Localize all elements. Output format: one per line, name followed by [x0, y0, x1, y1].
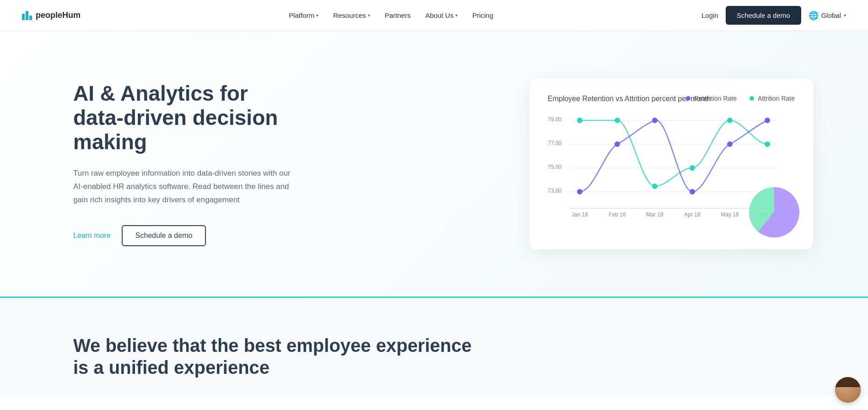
nav-platform[interactable]: Platform ▾: [289, 11, 318, 19]
svg-point-20: [765, 141, 770, 147]
chevron-down-icon: ▾: [368, 13, 370, 18]
hero-description: Turn raw employee information into data-…: [73, 167, 293, 207]
globe-icon: 🌐: [809, 11, 819, 21]
retention-dot: [686, 96, 690, 101]
navbar: peopleHum Platform ▾ Resources ▾ Partner…: [0, 0, 868, 31]
hero-section: AI & Analytics for data-driven decision …: [0, 31, 868, 297]
svg-point-17: [652, 183, 658, 189]
svg-text:May 18: May 18: [721, 211, 739, 218]
hero-actions: Learn more Schedule a demo: [73, 225, 293, 246]
bottom-section: We believe that the best employee experi…: [0, 297, 868, 397]
schedule-demo-hero-button[interactable]: Schedule a demo: [122, 225, 206, 246]
learn-more-button[interactable]: Learn more: [73, 232, 111, 240]
avatar-face: [835, 377, 861, 397]
hero-title: AI & Analytics for data-driven decision …: [73, 81, 293, 154]
svg-text:77.00: 77.00: [548, 140, 561, 146]
schedule-demo-nav-button[interactable]: Schedule a demo: [726, 6, 801, 25]
svg-point-22: [615, 141, 620, 147]
logo[interactable]: peopleHum: [22, 11, 81, 20]
global-selector[interactable]: 🌐 Global ▾: [809, 11, 846, 21]
hero-content: AI & Analytics for data-driven decision …: [73, 81, 293, 246]
chart-card: Employee Retention vs Attrition percent …: [529, 78, 813, 249]
nav-resources[interactable]: Resources ▾: [333, 11, 370, 19]
svg-text:79.00: 79.00: [548, 116, 561, 123]
chart-svg-container: 79.00 77.00 75.00 73.00 Jan 18 Feb 18 Ma…: [548, 112, 795, 233]
svg-text:73.00: 73.00: [548, 188, 561, 194]
login-button[interactable]: Login: [701, 11, 718, 19]
logo-icon: [22, 11, 32, 20]
svg-text:Apr 18: Apr 18: [684, 211, 701, 218]
legend-attrition: Attrition Rate: [749, 95, 795, 102]
logo-text: peopleHum: [36, 11, 81, 20]
svg-point-25: [727, 141, 733, 147]
svg-point-16: [615, 118, 620, 123]
legend-retention: Retention Rate: [686, 95, 737, 102]
chart-legend: Retention Rate Attrition Rate: [686, 95, 795, 102]
svg-point-24: [690, 189, 695, 194]
nav-partners[interactable]: Partners: [385, 11, 411, 19]
nav-links: Platform ▾ Resources ▾ Partners About Us…: [289, 11, 493, 19]
logo-bar-2: [26, 11, 28, 20]
svg-text:75.00: 75.00: [548, 164, 561, 170]
svg-text:Feb 18: Feb 18: [609, 211, 626, 218]
attrition-dot: [749, 96, 754, 101]
chevron-down-icon: ▾: [316, 13, 318, 18]
chevron-down-icon: ▾: [844, 13, 846, 18]
svg-point-23: [652, 118, 658, 123]
svg-point-15: [577, 118, 582, 123]
chevron-down-icon: ▾: [455, 13, 458, 18]
nav-pricing[interactable]: Pricing: [472, 11, 493, 19]
avatar-hair: [835, 377, 861, 387]
svg-point-18: [690, 165, 695, 171]
svg-text:Jan 18: Jan 18: [571, 211, 588, 218]
logo-bar-1: [22, 14, 25, 20]
nav-about-us[interactable]: About Us ▾: [425, 11, 458, 19]
avatar[interactable]: [835, 377, 861, 397]
svg-point-21: [577, 189, 582, 194]
svg-point-19: [727, 118, 733, 123]
pie-decoration: [749, 187, 799, 237]
logo-bar-3: [29, 16, 32, 20]
bottom-title: We believe that the best employee experi…: [73, 334, 485, 378]
svg-text:Mar 18: Mar 18: [646, 211, 663, 218]
svg-point-26: [765, 118, 770, 123]
nav-actions: Login Schedule a demo 🌐 Global ▾: [701, 6, 846, 25]
